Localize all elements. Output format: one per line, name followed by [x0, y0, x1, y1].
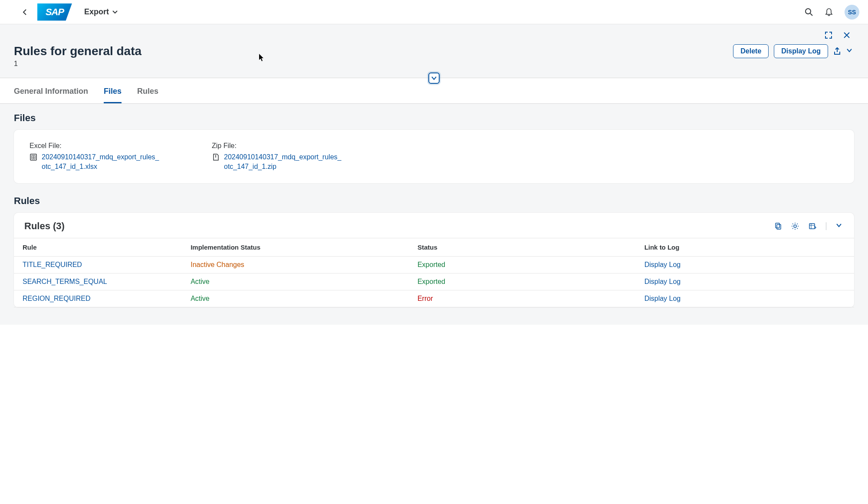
status-cell: Exported	[409, 257, 636, 273]
col-status[interactable]: Status	[409, 238, 636, 257]
table-row: TITLE_REQUIREDInactive ChangesExportedDi…	[14, 257, 854, 273]
fullscreen-icon[interactable]	[825, 31, 832, 39]
excel-file-label: Excel File:	[30, 142, 160, 150]
table-row: REGION_REQUIREDActiveErrorDisplay Log	[14, 290, 854, 307]
page-header-region: Rules for general data 1 Delete Display …	[0, 24, 868, 78]
chevron-down-icon[interactable]	[836, 222, 844, 230]
files-section-heading: Files	[14, 112, 854, 124]
svg-rect-8	[777, 224, 781, 229]
zip-file-label: Zip File:	[212, 142, 342, 150]
search-icon[interactable]	[805, 8, 813, 16]
share-icon[interactable]	[833, 47, 841, 55]
display-log-button[interactable]: Display Log	[774, 44, 828, 58]
svg-rect-10	[809, 224, 815, 229]
excel-file-icon	[30, 153, 37, 161]
topbar: SAP Export SS	[0, 0, 868, 24]
impl-status-cell: Active	[182, 290, 409, 307]
page-title: Rules for general data	[14, 44, 733, 58]
zip-file-block: Zip File: 20240910140317_mdq_export_rule…	[212, 142, 342, 171]
content: Files Excel File: 20240910140317_mdq_exp…	[0, 104, 868, 325]
page-title-block: Rules for general data 1	[14, 44, 733, 68]
delete-button[interactable]: Delete	[733, 44, 769, 58]
col-impl-status[interactable]: Implementation Status	[182, 238, 409, 257]
status-cell: Error	[409, 290, 636, 307]
impl-status-cell: Active	[182, 273, 409, 290]
rule-link[interactable]: SEARCH_TERMS_EQUAL	[23, 278, 107, 285]
impl-status-cell: Inactive Changes	[182, 257, 409, 273]
display-log-link[interactable]: Display Log	[644, 278, 681, 285]
export-spreadsheet-icon[interactable]	[809, 222, 816, 230]
page-subtitle: 1	[14, 60, 733, 68]
rules-table: Rule Implementation Status Status Link t…	[14, 238, 854, 307]
divider	[826, 222, 826, 230]
gear-icon[interactable]	[791, 222, 799, 230]
topbar-right: SS	[805, 5, 859, 20]
close-icon[interactable]	[843, 31, 851, 39]
status-cell: Exported	[409, 273, 636, 290]
chevron-down-icon[interactable]	[846, 47, 854, 55]
rules-section-heading: Rules	[14, 195, 854, 207]
copy-icon[interactable]	[774, 222, 782, 230]
rule-link[interactable]: TITLE_REQUIRED	[23, 261, 82, 268]
zip-file-icon	[212, 153, 220, 161]
table-row: SEARCH_TERMS_EQUALActiveExportedDisplay …	[14, 273, 854, 290]
sap-logo[interactable]: SAP	[37, 3, 72, 21]
export-label: Export	[84, 7, 109, 16]
excel-file-block: Excel File: 20240910140317_mdq_export_ru…	[30, 142, 160, 171]
chevron-down-icon	[112, 10, 118, 15]
svg-point-0	[806, 9, 811, 14]
col-rule[interactable]: Rule	[14, 238, 182, 257]
zip-file-link[interactable]: 20240910140317_mdq_export_rules_otc_147_…	[224, 152, 342, 171]
excel-file-link[interactable]: 20240910140317_mdq_export_rules_otc_147_…	[42, 152, 160, 171]
svg-point-9	[794, 225, 796, 227]
files-card: Excel File: 20240910140317_mdq_export_ru…	[14, 130, 854, 183]
avatar[interactable]: SS	[845, 5, 859, 20]
back-icon[interactable]	[22, 9, 29, 16]
rule-link[interactable]: REGION_REQUIRED	[23, 295, 90, 302]
tab-general-information[interactable]: General Information	[14, 87, 88, 103]
export-button[interactable]: Export	[84, 7, 118, 16]
rules-card-title: Rules (3)	[24, 221, 774, 232]
display-log-link[interactable]: Display Log	[644, 295, 681, 302]
header-actions: Delete Display Log	[733, 44, 854, 58]
display-log-link[interactable]: Display Log	[644, 261, 681, 268]
tab-files[interactable]: Files	[104, 87, 122, 103]
svg-rect-7	[776, 223, 779, 228]
rules-card: Rules (3) Rule	[14, 213, 854, 307]
bell-icon[interactable]	[825, 8, 833, 16]
col-link-to-log[interactable]: Link to Log	[636, 238, 854, 257]
svg-line-1	[810, 13, 812, 16]
expand-header-button[interactable]	[428, 72, 440, 84]
tab-rules[interactable]: Rules	[137, 87, 158, 103]
